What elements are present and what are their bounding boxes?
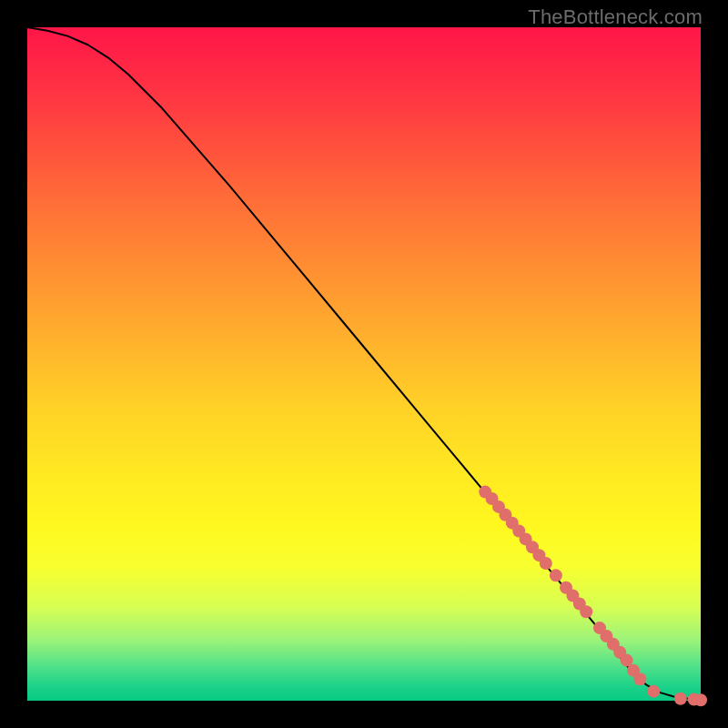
data-point [647,685,660,698]
chart-frame: TheBottleneck.com [0,0,728,728]
data-point [674,693,687,705]
data-point [580,605,592,618]
data-point [550,569,562,581]
bottleneck-curve [27,27,701,701]
data-point [694,693,707,706]
data-point [540,557,552,570]
data-point [633,672,646,685]
chart-overlay [27,27,701,701]
watermark-text: TheBottleneck.com [528,5,703,29]
data-points [479,486,707,707]
